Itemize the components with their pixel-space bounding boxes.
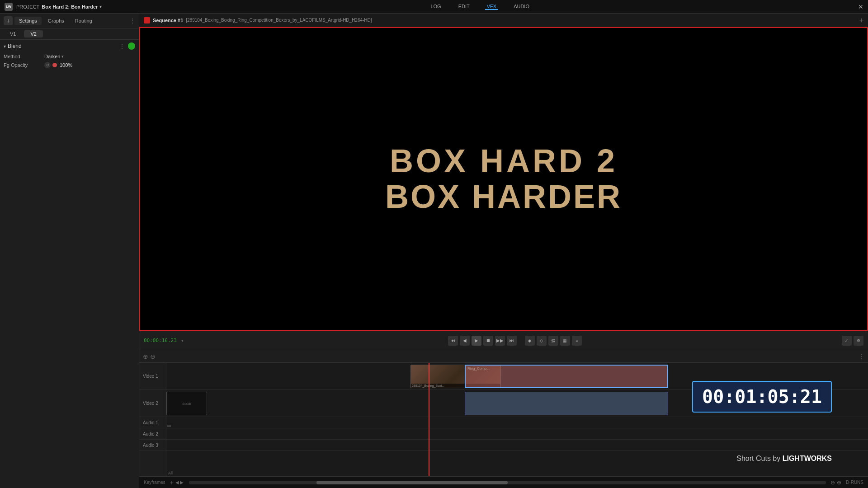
tab-settings[interactable]: Settings: [14, 17, 42, 25]
clip-video2-2[interactable]: [465, 392, 668, 415]
blend-section: ▾ Blend ⋮ Method Darken ▾ Fg Opacity ↺ 1…: [0, 40, 139, 72]
preview-title-line1: BOX HARD 2: [385, 143, 622, 179]
clip-video2-2-overlay: [465, 392, 668, 415]
track-row-audio3: [166, 440, 868, 451]
timeline-menu-icon[interactable]: ⋮: [858, 353, 864, 360]
timeline-header: ⊕ ⊖ 00:00:05+00 00:00:10+00 00:00:15+00 …: [139, 350, 868, 363]
zoom-out-button[interactable]: ⊖: [830, 479, 835, 486]
timeline-scrollbar[interactable]: [189, 481, 826, 484]
shortcut-text: Short Cuts by: [736, 455, 782, 462]
sequence-title: Sequence #1: [153, 18, 183, 23]
video-preview: BOX HARD 2 BOX HARDER: [139, 27, 868, 331]
project-label: PROJECT: [16, 4, 39, 9]
settings-button[interactable]: ⚙: [854, 336, 863, 346]
fullscreen-button[interactable]: ⤢: [842, 336, 852, 346]
track-labels: Video 1 Video 2 Audio 1 Audio 2 Audio 3: [139, 363, 166, 476]
track-row-video1: 289104_Boxing_Boxi... Ring_Comp...: [166, 363, 868, 390]
track-row-audio2: [166, 428, 868, 440]
track-area: Video 1 Video 2 Audio 1 Audio 2 Audio 3 …: [139, 363, 868, 476]
nav-vfx[interactable]: VFX: [485, 4, 498, 10]
keyframes-next-button[interactable]: ▶: [180, 480, 184, 485]
vtabs: V1 V2: [0, 28, 139, 40]
prev-frame-button[interactable]: ◀: [460, 336, 470, 346]
bottom-bar: Keyframes + ◀ ▶ ⊖ ⊕ D-RUNS: [139, 476, 868, 488]
timeline-scrollbar-thumb[interactable]: [316, 481, 508, 484]
nav-bar: LOG EDIT VFX AUDIO: [102, 4, 858, 10]
clip-video1-2-overlay: [466, 366, 667, 387]
nav-edit[interactable]: EDIT: [457, 4, 472, 10]
timeline: ⊕ ⊖ 00:00:05+00 00:00:10+00 00:00:15+00 …: [139, 350, 868, 476]
blend-collapse-icon[interactable]: ▾: [4, 44, 6, 49]
transport-controls: ⏮ ◀ ▶ ⏹ ▶▶ ⏭ ◆ ◇ ⛓ ▦ ≡: [188, 336, 842, 346]
tabs-menu-icon[interactable]: ⋮: [130, 18, 135, 24]
clip-video2-1-label: Black: [182, 402, 191, 406]
blend-title: Blend: [8, 43, 119, 49]
main-layout: + Settings Graphs Routing ⋮ V1 V2 ▾ Blen…: [0, 14, 868, 488]
zoom-in-button[interactable]: ⊕: [837, 479, 841, 486]
nav-audio[interactable]: AUDIO: [512, 4, 531, 10]
track-label-audio1: Audio 1: [139, 417, 166, 428]
track-content: 289104_Boxing_Boxi... Ring_Comp... Black: [166, 363, 868, 476]
add-tab-button[interactable]: +: [4, 16, 13, 25]
go-start-button[interactable]: ⏮: [448, 336, 458, 346]
blend-method-row: Method Darken ▾: [4, 52, 135, 61]
project-title: Box Hard 2: Box Harder: [42, 4, 98, 9]
duration-label: D-RUNS: [846, 480, 863, 485]
sync-button[interactable]: ⛓: [548, 336, 558, 346]
sequence-bar: Sequence #1 [289104_Boxing_Boxing_Ring_C…: [139, 14, 868, 27]
timeline-zoom-in-button[interactable]: ⊕: [143, 353, 148, 360]
blend-menu-icon[interactable]: ⋮: [119, 42, 125, 50]
opacity-reset-button[interactable]: ↺: [44, 62, 51, 68]
nav-log[interactable]: LOG: [429, 4, 443, 10]
keyframes-label: Keyframes: [144, 480, 165, 485]
shortcut-brand: LIGHTWORKS: [783, 455, 832, 462]
blend-opacity-row: Fg Opacity ↺ 100%: [4, 61, 135, 70]
timecode-display[interactable]: 00:00:16.23: [144, 338, 177, 343]
clip-video1-2[interactable]: Ring_Comp...: [465, 365, 668, 388]
opacity-label: Fg Opacity: [4, 62, 44, 68]
zoom-buttons: ⊖ ⊕: [830, 479, 841, 486]
method-value[interactable]: Darken ▾: [44, 54, 135, 59]
opacity-keyframe-indicator: [52, 63, 57, 67]
left-panel: + Settings Graphs Routing ⋮ V1 V2 ▾ Blen…: [0, 14, 139, 488]
tab-graphs[interactable]: Graphs: [43, 17, 69, 25]
next-frame-button[interactable]: ▶▶: [495, 336, 505, 346]
audio-button[interactable]: ≡: [572, 336, 582, 346]
transport-right-buttons: ⤢ ⚙: [842, 336, 863, 346]
layout-button[interactable]: ▦: [560, 336, 570, 346]
sequence-file: [289104_Boxing_Boxing_Ring_Competition_B…: [186, 18, 372, 23]
timeline-zoom-out-button[interactable]: ⊖: [150, 353, 156, 360]
timecode-dropdown[interactable]: ▾: [181, 338, 184, 343]
opacity-value: 100%: [60, 62, 135, 68]
shortcut-overlay: Short Cuts by LIGHTWORKS: [736, 455, 832, 463]
track-label-audio2: Audio 2: [139, 428, 166, 440]
method-dropdown-icon[interactable]: ▾: [61, 54, 64, 59]
track-row-audio1: ▬: [166, 417, 868, 428]
go-end-button[interactable]: ⏭: [507, 336, 517, 346]
tab-routing[interactable]: Routing: [71, 17, 97, 25]
keyframes-add-button[interactable]: +: [170, 479, 174, 486]
close-button[interactable]: ✕: [858, 3, 863, 10]
right-content: Sequence #1 [289104_Boxing_Boxing_Ring_C…: [139, 14, 868, 488]
blend-active-indicator[interactable]: [128, 42, 135, 50]
sequence-icon: [144, 17, 150, 23]
preview-titles: BOX HARD 2 BOX HARDER: [385, 143, 622, 215]
track-label-audio3: Audio 3: [139, 440, 166, 451]
all-tracks-label: All: [166, 470, 175, 476]
play-button[interactable]: ▶: [472, 336, 481, 346]
mark-in-button[interactable]: ◆: [525, 336, 535, 346]
vtab-v1[interactable]: V1: [4, 30, 22, 38]
method-label: Method: [4, 54, 44, 59]
app-icon: LW: [5, 3, 13, 11]
track-label-video1: Video 1: [139, 363, 166, 390]
mark-out-button[interactable]: ◇: [537, 336, 547, 346]
stop-button[interactable]: ⏹: [483, 336, 493, 346]
track-label-video2: Video 2: [139, 390, 166, 417]
clip-video2-1[interactable]: Black: [166, 392, 207, 415]
keyframes-prev-button[interactable]: ◀: [175, 480, 179, 485]
vtab-v2[interactable]: V2: [24, 30, 42, 38]
preview-title-line2: BOX HARDER: [385, 179, 622, 215]
audio1-label: ▬: [167, 423, 171, 427]
panel-tabs: + Settings Graphs Routing ⋮: [0, 14, 139, 28]
sequence-add-button[interactable]: +: [859, 16, 863, 24]
